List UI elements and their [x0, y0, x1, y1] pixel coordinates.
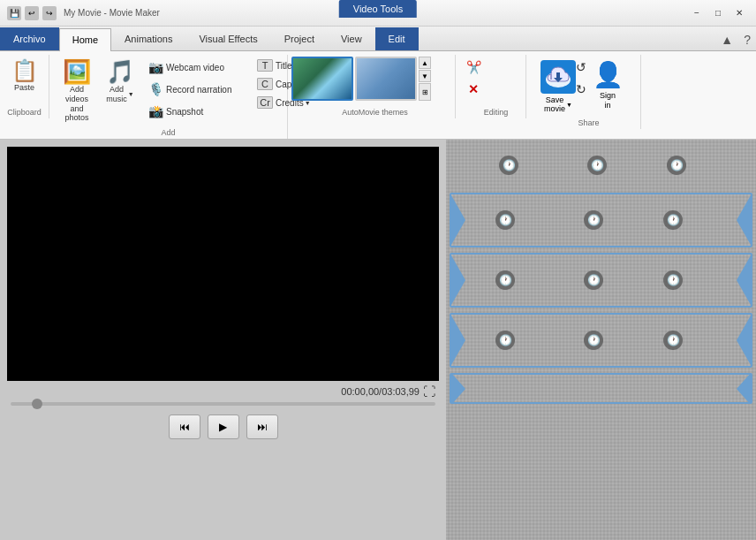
theme-down-arrow[interactable]: ▼: [419, 70, 431, 82]
rewind-icon: ⏮: [179, 421, 190, 433]
step-forward-button[interactable]: ⏭: [246, 415, 278, 439]
tab-home[interactable]: Home: [59, 28, 111, 51]
qat-undo[interactable]: ↩: [25, 6, 39, 20]
timeline-track-3[interactable]: 🕐 🕐 🕐: [450, 253, 752, 308]
play-icon: ▶: [219, 421, 227, 433]
theme-arrows: ▲ ▼ ⊞: [419, 57, 431, 101]
cloud-save-svg: [544, 64, 572, 90]
sign-in-button[interactable]: 👤 Sign in: [588, 57, 627, 114]
add-music-icon: 🎵: [106, 60, 134, 83]
tab-animations[interactable]: Animations: [111, 27, 185, 50]
save-movie-button[interactable]: Save movie ▼: [532, 57, 585, 117]
qat-save[interactable]: 💾: [7, 6, 21, 20]
clipboard-group: 📋 Paste Clipboard: [0, 55, 49, 118]
editing-items: ✂️ ✕ ↺ ↻: [461, 57, 520, 100]
add-right-col: 📷 Webcam video 🎙️ Record narration 📸 Sna…: [143, 57, 249, 122]
paste-button[interactable]: 📋 Paste: [6, 57, 43, 96]
theme-thumb-2[interactable]: [355, 57, 417, 101]
add-videos-icon: 🖼️: [63, 60, 91, 83]
playback-controls: ⏮ ▶ ⏭: [7, 407, 439, 443]
theme-up-arrow[interactable]: ▲: [419, 57, 431, 69]
step-forward-icon: ⏭: [257, 421, 268, 433]
timeline-track-2[interactable]: 🕐 🕐 🕐: [450, 193, 752, 247]
titlebar-icons: 💾 ↩ ↪ My Movie - Movie Maker: [7, 6, 160, 20]
track-left-arrow-3: [451, 255, 465, 305]
automovie-section: ▲ ▼ ⊞ AutoMovie themes: [288, 55, 456, 118]
clipboard-label: Clipboard: [0, 108, 49, 117]
video-screen[interactable]: [7, 147, 439, 381]
share-label: Share: [532, 118, 646, 127]
track-right-arrow-2: [737, 195, 751, 245]
record-icon: 🎙️: [147, 81, 163, 97]
save-movie-icon: [541, 60, 576, 94]
track-right-arrow-3: [737, 255, 751, 305]
snapshot-icon: 📸: [147, 103, 163, 119]
add-items: 🖼️ Add videos and photos 🎵 Add music ▼ 📷…: [55, 57, 282, 126]
save-movie-dropdown[interactable]: ▼: [566, 102, 572, 108]
editing-group: ✂️ ✕ ↺ ↻ Editing: [456, 55, 526, 118]
share-group: Save movie ▼ 👤 Sign in Share: [526, 55, 641, 129]
titlebar-title-text: My Movie - Movie Maker: [64, 8, 160, 18]
tab-archivo[interactable]: Archivo: [0, 27, 59, 50]
sign-in-icon: 👤: [593, 60, 624, 89]
theme-inner-1: [293, 58, 352, 99]
save-movie-label: Save movie ▼: [544, 95, 572, 113]
tab-project[interactable]: Project: [271, 27, 328, 50]
maximize-button[interactable]: □: [708, 5, 728, 21]
timeline-track-1[interactable]: 🕐 🕐 🕐: [450, 143, 752, 187]
add-music-button[interactable]: 🎵 Add music ▼: [101, 57, 140, 108]
video-tools-tab[interactable]: Video Tools: [339, 0, 417, 18]
tab-edit[interactable]: Edit: [375, 27, 419, 50]
add-music-dropdown-icon[interactable]: ▼: [128, 91, 134, 98]
close-button[interactable]: ✕: [730, 5, 749, 21]
track-right-arrow-5: [737, 373, 751, 404]
track-right-arrow-4: [737, 316, 751, 365]
time-text: 00:00,00/03:03,99: [341, 386, 420, 397]
track-noise-5: [451, 375, 751, 402]
ribbon-collapse-icon[interactable]: ▲: [715, 29, 738, 50]
window-controls: − □ ✕: [687, 5, 749, 21]
theme-thumb-1[interactable]: [291, 57, 353, 101]
timeline-track-5[interactable]: [450, 373, 752, 404]
remove-icon: ✕: [465, 81, 481, 97]
time-display: 00:00,00/03:03,99 ⛶: [7, 381, 439, 400]
record-narration-button[interactable]: 🎙️ Record narration: [143, 79, 249, 100]
credits-icon: Cr: [257, 96, 273, 109]
snapshot-label: Snapshot: [166, 107, 203, 117]
timeline-panel[interactable]: 🕐 🕐 🕐 🕐 🕐 🕐 🕐 🕐 🕐 🕐: [446, 140, 756, 540]
expand-icon[interactable]: ⛶: [423, 384, 435, 399]
tab-view[interactable]: View: [328, 27, 375, 50]
rewind-button[interactable]: ⏮: [169, 415, 200, 439]
play-button[interactable]: ▶: [208, 415, 239, 439]
help-icon[interactable]: ?: [738, 29, 756, 50]
webcam-icon: 📷: [147, 59, 163, 75]
add-group: 🖼️ Add videos and photos 🎵 Add music ▼ 📷…: [49, 55, 288, 139]
snapshot-button[interactable]: 📸 Snapshot: [143, 101, 249, 122]
track-left-arrow-5: [451, 373, 465, 404]
add-music-label: Add music ▼: [106, 85, 133, 104]
track-left-arrow-2: [451, 195, 465, 245]
minimize-button[interactable]: −: [687, 5, 707, 21]
webcam-label: Webcam video: [166, 63, 224, 72]
main-content: 00:00,00/03:03,99 ⛶ ⏮ ▶ ⏭ 🕐 🕐 🕐: [0, 140, 756, 540]
track-left-arrow-4: [451, 316, 465, 365]
ribbon-content: 📋 Paste Clipboard 🖼️ Add videos and phot…: [0, 51, 756, 139]
share-items: Save movie ▼ 👤 Sign in: [532, 57, 635, 117]
theme-inner-2: [357, 58, 415, 99]
add-videos-button[interactable]: 🖼️ Add videos and photos: [55, 57, 99, 126]
ribbon: Archivo Home Animations Visual Effects P…: [0, 27, 756, 140]
caption-icon: C: [257, 78, 273, 90]
sign-in-label: Sign in: [600, 91, 616, 110]
add-label: Add: [49, 128, 287, 137]
tab-visual-effects[interactable]: Visual Effects: [185, 27, 270, 50]
seek-bar[interactable]: [11, 402, 435, 406]
titlebar: 💾 ↩ ↪ My Movie - Movie Maker Video Tools…: [0, 0, 756, 27]
qat-redo[interactable]: ↪: [42, 6, 57, 20]
seek-bar-container: [7, 400, 439, 407]
preview-panel: 00:00,00/03:03,99 ⛶ ⏮ ▶ ⏭: [0, 140, 446, 540]
timeline-track-4[interactable]: 🕐 🕐 🕐: [450, 313, 752, 368]
trim-icon: ✂️: [465, 59, 481, 75]
theme-more-arrow[interactable]: ⊞: [419, 83, 431, 101]
webcam-button[interactable]: 📷 Webcam video: [143, 57, 249, 78]
record-label: Record narration: [166, 85, 231, 95]
